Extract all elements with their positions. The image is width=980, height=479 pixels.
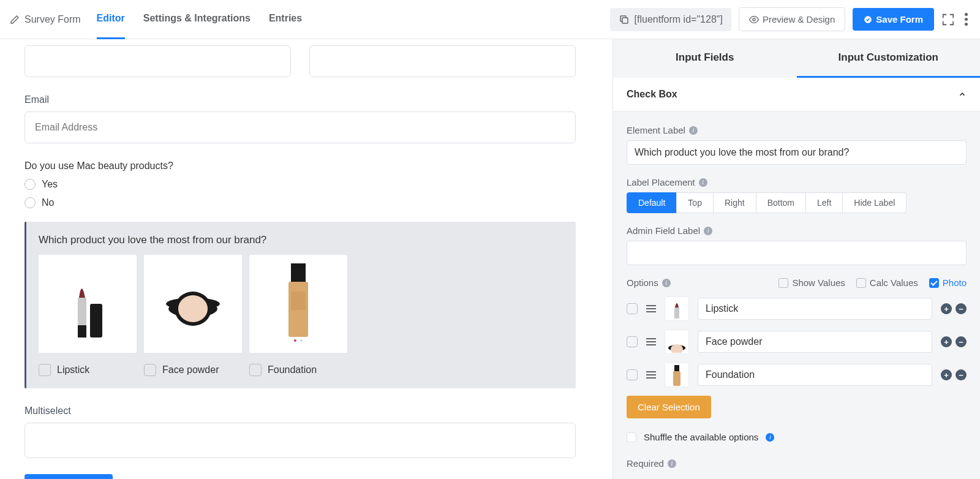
panel-title: Check Box (627, 89, 677, 100)
placement-top[interactable]: Top (676, 192, 714, 213)
remove-option-button[interactable]: − (956, 303, 967, 314)
option-checkbox[interactable] (627, 303, 638, 314)
svg-rect-3 (78, 298, 86, 328)
foundation-image (280, 261, 317, 347)
option-input-facepowder[interactable] (698, 331, 932, 353)
option-actions: + − (941, 336, 967, 347)
option-row-facepowder: + − (627, 330, 967, 354)
option-thumb-lipstick[interactable] (665, 296, 689, 321)
svg-point-13 (294, 339, 296, 342)
option-row-lipstick: + − (627, 296, 967, 321)
photo-card-foundation[interactable] (249, 255, 347, 353)
svg-point-14 (300, 339, 303, 342)
copy-icon (619, 14, 630, 25)
element-label-input[interactable] (627, 140, 967, 165)
option-input-foundation[interactable] (698, 364, 932, 386)
email-block: Email (24, 94, 576, 143)
multiselect-input[interactable] (24, 423, 576, 458)
preview-button[interactable]: Preview & Design (739, 7, 845, 31)
sidebar: Input Fields Input Customization Check B… (612, 39, 980, 479)
option-thumb-foundation[interactable] (665, 363, 689, 387)
shortcode-badge[interactable]: [fluentform id="128"] (610, 8, 731, 31)
checkbox-icon (856, 278, 866, 288)
calc-values-check[interactable]: Calc Values (856, 277, 918, 288)
option-checkbox[interactable] (627, 336, 638, 347)
save-button[interactable]: Save Form (853, 8, 934, 31)
placement-segmented: Default Top Right Bottom Left Hide Label (627, 192, 967, 213)
setting-element-label: Element Labeli (627, 125, 967, 165)
multiselect-block: Multiselect (24, 405, 576, 458)
email-label: Email (24, 94, 576, 105)
drag-handle-icon[interactable] (646, 305, 656, 312)
email-input[interactable] (24, 111, 576, 143)
option-checkbox[interactable] (627, 369, 638, 380)
photo-options (39, 255, 564, 353)
option-foundation[interactable]: Foundation (249, 364, 347, 376)
photo-check[interactable]: Photo (929, 277, 967, 288)
kebab-menu[interactable] (962, 10, 970, 28)
topbar: Survey Form Editor Settings & Integratio… (0, 0, 980, 39)
info-icon[interactable]: i (766, 433, 774, 442)
tab-input-fields[interactable]: Input Fields (613, 39, 797, 78)
option-thumb-facepowder[interactable] (665, 330, 689, 354)
drag-handle-icon[interactable] (646, 371, 656, 379)
option-facepowder[interactable]: Face powder (144, 364, 242, 376)
last-name-input[interactable] (309, 45, 576, 77)
expand-icon[interactable] (941, 13, 955, 26)
admin-field-label-input[interactable] (627, 241, 967, 265)
checkbox-checked-icon (929, 278, 939, 288)
checkbox-icon (627, 432, 636, 442)
product-question-label: Which product you love the most from our… (39, 234, 564, 246)
radio-circle-icon (24, 179, 36, 190)
chevron-up-icon (958, 90, 967, 99)
tab-editor[interactable]: Editor (97, 0, 125, 39)
add-option-button[interactable]: + (941, 369, 952, 380)
option-actions: + − (941, 303, 967, 314)
first-name-input[interactable] (24, 45, 291, 77)
info-icon[interactable]: i (662, 279, 671, 287)
placement-hide[interactable]: Hide Label (842, 192, 907, 213)
setting-admin-field-label: Admin Field Labeli (627, 225, 967, 265)
svg-rect-18 (674, 365, 679, 371)
placement-right[interactable]: Right (713, 192, 756, 213)
shuffle-row[interactable]: Shuffle the available options i (627, 432, 967, 442)
show-values-check[interactable]: Show Values (778, 277, 845, 288)
tab-input-customization[interactable]: Input Customization (797, 39, 981, 78)
panel-header[interactable]: Check Box (613, 78, 980, 111)
svg-rect-5 (90, 304, 102, 338)
info-icon[interactable]: i (704, 227, 712, 235)
remove-option-button[interactable]: − (956, 336, 967, 347)
svg-rect-4 (78, 325, 86, 338)
photo-card-facepowder[interactable] (144, 255, 242, 353)
mac-question-label: Do you use Mac beauty products? (24, 160, 576, 172)
required-row: Required i (627, 458, 967, 469)
radio-no[interactable]: No (24, 197, 576, 208)
add-option-button[interactable]: + (941, 303, 952, 314)
setting-options: Optionsi Show Values Calc Values Photo + (627, 277, 967, 469)
checkbox-icon (144, 364, 156, 376)
remove-option-button[interactable]: − (956, 369, 967, 380)
option-lipstick[interactable]: Lipstick (39, 364, 137, 376)
main: Email Do you use Mac beauty products? Ye… (0, 39, 980, 479)
option-actions: + − (941, 369, 967, 380)
radio-yes[interactable]: Yes (24, 179, 576, 190)
facepowder-image (156, 273, 230, 334)
placement-default[interactable]: Default (627, 192, 677, 213)
option-input-lipstick[interactable] (698, 298, 932, 320)
info-icon[interactable]: i (668, 459, 676, 468)
selected-checkbox-block[interactable]: Which product you love the most from our… (24, 222, 576, 388)
tab-settings[interactable]: Settings & Integrations (143, 0, 251, 39)
tab-entries[interactable]: Entries (269, 0, 302, 39)
photo-card-lipstick[interactable] (39, 255, 137, 353)
info-icon[interactable]: i (699, 178, 707, 187)
placement-left[interactable]: Left (805, 192, 843, 213)
topbar-right: [fluentform id="128"] Preview & Design S… (610, 7, 970, 31)
submit-button[interactable]: Submit Form (24, 474, 113, 479)
drag-handle-icon[interactable] (646, 338, 656, 345)
clear-selection-button[interactable]: Clear Selection (627, 396, 711, 418)
add-option-button[interactable]: + (941, 336, 952, 347)
placement-bottom[interactable]: Bottom (756, 192, 806, 213)
svg-rect-15 (674, 307, 679, 319)
form-title: Survey Form (24, 14, 81, 25)
info-icon[interactable]: i (689, 126, 698, 135)
